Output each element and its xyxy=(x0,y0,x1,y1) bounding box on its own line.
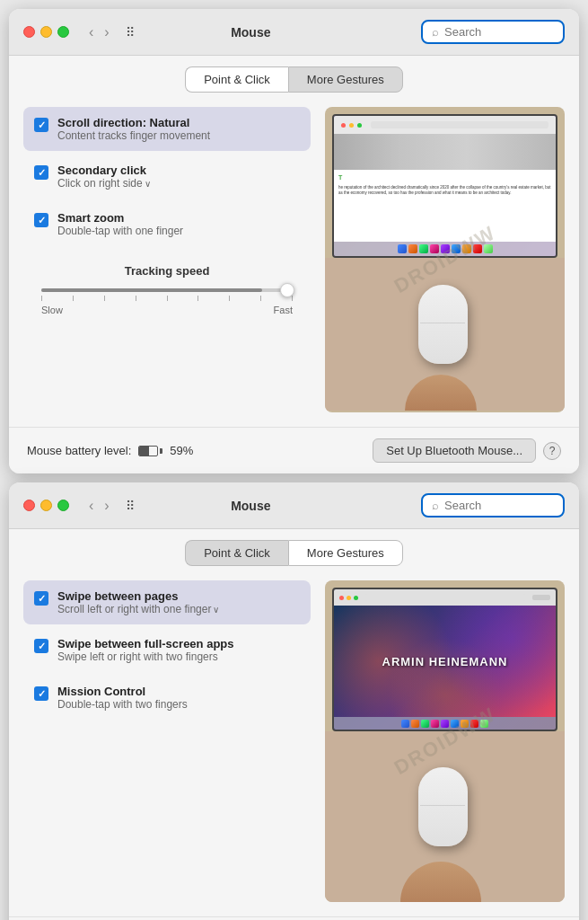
setting-swipe-pages[interactable]: Swipe between pages Scroll left or right… xyxy=(23,580,311,624)
search-input-2[interactable] xyxy=(444,499,552,512)
checkbox-smart-zoom[interactable] xyxy=(34,213,48,227)
battery-body xyxy=(138,446,158,456)
setting-subtitle-swipe-apps: Swipe left or right with two fingers xyxy=(57,650,234,663)
setting-scroll-direction[interactable]: Scroll direction: Natural Content tracks… xyxy=(23,107,311,151)
dock-icon xyxy=(441,244,450,253)
setting-secondary-click[interactable]: Secondary click Click on right side ∨ xyxy=(23,155,311,199)
setting-swipe-apps[interactable]: Swipe between full-screen apps Swipe lef… xyxy=(23,628,311,672)
content-2: Swipe between pages Scroll left or right… xyxy=(9,566,579,916)
traffic-lights-2 xyxy=(23,500,69,511)
gesture-screen: Armin Heinemann xyxy=(332,588,557,731)
setting-title-swipe-pages: Swipe between pages xyxy=(57,589,219,603)
slider-ticks xyxy=(41,296,293,301)
setting-text-zoom: Smart zoom Double-tap with one finger xyxy=(57,211,183,237)
checkbox-secondary-click[interactable] xyxy=(34,165,48,180)
setting-subtitle-scroll: Content tracks finger movement xyxy=(57,129,210,142)
slider-thumb[interactable] xyxy=(280,283,294,297)
search-box-1[interactable]: ⌕ xyxy=(421,20,565,44)
window-1: ‹ › ⠿ Mouse ⌕ Point & Click More Gesture… xyxy=(9,9,579,473)
person-name: Armin Heinemann xyxy=(382,655,508,668)
screen-dock xyxy=(334,242,556,256)
setting-smart-zoom[interactable]: Smart zoom Double-tap with one finger xyxy=(23,202,311,246)
setting-title-scroll: Scroll direction: Natural xyxy=(57,116,210,129)
search-input-1[interactable] xyxy=(444,25,552,39)
content-1: Scroll direction: Natural Content tracks… xyxy=(9,93,579,427)
traffic-lights-1 xyxy=(23,26,69,38)
gdock-icon xyxy=(441,720,449,728)
setting-text-mission: Mission Control Double-tap with two fing… xyxy=(57,685,188,711)
setting-mission-control[interactable]: Mission Control Double-tap with two fing… xyxy=(23,676,311,720)
gesture-screen-header xyxy=(334,589,556,606)
gdock-icon xyxy=(451,720,459,728)
hand xyxy=(405,375,477,411)
setting-subtitle-swipe-pages[interactable]: Scroll left or right with one finger ∨ xyxy=(57,603,219,615)
gs-url-bar xyxy=(364,594,526,601)
battery-label-1: Mouse battery level: xyxy=(27,444,131,457)
search-box-2[interactable]: ⌕ xyxy=(421,493,565,518)
dock-icon xyxy=(430,244,439,253)
fullscreen-button-2[interactable] xyxy=(57,500,69,511)
setting-subtitle-secondary[interactable]: Click on right side ∨ xyxy=(57,177,151,190)
slider-filled xyxy=(41,288,262,292)
tab-point-click-1[interactable]: Point & Click xyxy=(185,66,288,93)
setting-text-swipe-apps: Swipe between full-screen apps Swipe lef… xyxy=(57,637,234,663)
window-2: ‹ › ⠿ Mouse ⌕ Point & Click More Gesture… xyxy=(9,482,579,920)
dock-icon xyxy=(452,244,461,253)
tracking-label: Tracking speed xyxy=(34,264,300,278)
checkbox-swipe-apps[interactable] xyxy=(34,639,48,653)
close-button[interactable] xyxy=(23,26,35,38)
search-icon-2: ⌕ xyxy=(432,499,439,512)
slider-slow-label: Slow xyxy=(41,305,63,315)
tabs-1: Point & Click More Gestures xyxy=(9,56,579,93)
checkbox-scroll-direction[interactable] xyxy=(34,118,48,132)
fullscreen-button[interactable] xyxy=(57,26,69,38)
minimize-button[interactable] xyxy=(40,26,52,38)
dropdown-arrow-swipe[interactable]: ∨ xyxy=(213,605,219,615)
setting-subtitle-zoom: Double-tap with one finger xyxy=(57,225,183,237)
screen-text: T he reputation of the architect decline… xyxy=(334,170,556,200)
tab-more-gestures-2[interactable]: More Gestures xyxy=(288,540,403,566)
dock-icon xyxy=(484,244,493,253)
battery-fill xyxy=(139,447,149,456)
preview-area-1: T he reputation of the architect decline… xyxy=(325,107,565,412)
mouse-body-2 xyxy=(418,767,468,846)
screen-dot-red xyxy=(341,123,346,128)
battery-percent-1: 59% xyxy=(170,444,193,457)
setup-bluetooth-button-1[interactable]: Set Up Bluetooth Mouse... xyxy=(373,438,536,463)
setting-title-zoom: Smart zoom xyxy=(57,211,183,225)
screen-header xyxy=(334,116,556,134)
close-button-2[interactable] xyxy=(23,500,35,511)
checkbox-swipe-pages[interactable] xyxy=(34,591,48,606)
gdock-icon xyxy=(431,720,439,728)
mouse-body xyxy=(418,285,468,364)
settings-panel-1: Scroll direction: Natural Content tracks… xyxy=(23,107,311,412)
window-title-2: Mouse xyxy=(90,499,412,513)
hand-2 xyxy=(400,862,481,902)
gdock-icon xyxy=(480,720,488,728)
setting-text-secondary: Secondary click Click on right side ∨ xyxy=(57,164,151,190)
titlebar-1: ‹ › ⠿ Mouse ⌕ xyxy=(9,9,579,56)
gs-nav-btn xyxy=(532,595,550,600)
help-button-1[interactable]: ? xyxy=(543,442,561,460)
mouse-hand-area-2 xyxy=(325,731,565,902)
battery-info-1: Mouse battery level: 59% xyxy=(27,444,193,457)
setting-title-swipe-apps: Swipe between full-screen apps xyxy=(57,637,234,650)
settings-panel-2: Swipe between pages Scroll left or right… xyxy=(23,580,311,902)
minimize-button-2[interactable] xyxy=(40,500,52,511)
gs-dot-green xyxy=(354,596,358,600)
setting-title-secondary: Secondary click xyxy=(57,164,151,177)
tracking-section: Tracking speed xyxy=(23,250,311,330)
tab-more-gestures-1[interactable]: More Gestures xyxy=(288,66,403,93)
gdock-icon xyxy=(411,720,419,728)
dock-icon xyxy=(473,244,482,253)
search-icon: ⌕ xyxy=(432,25,439,39)
tab-point-click-2[interactable]: Point & Click xyxy=(185,540,288,566)
dropdown-arrow-secondary[interactable]: ∨ xyxy=(145,179,151,189)
battery-icon-1 xyxy=(138,446,162,456)
setting-title-mission: Mission Control xyxy=(57,685,188,698)
screen-image xyxy=(334,134,556,170)
window-title-1: Mouse xyxy=(90,25,412,40)
gesture-screen-body: Armin Heinemann xyxy=(334,606,556,717)
checkbox-mission-control[interactable] xyxy=(34,686,48,701)
preview-screen-1: T he reputation of the architect decline… xyxy=(332,114,557,258)
